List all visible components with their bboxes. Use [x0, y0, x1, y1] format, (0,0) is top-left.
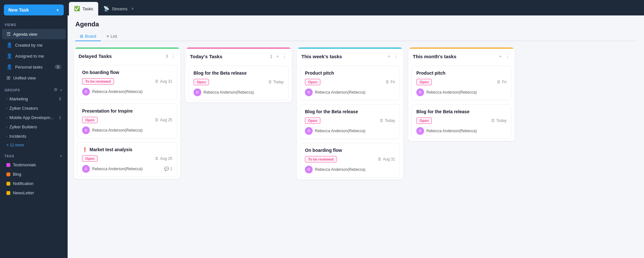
- calendar-icon: 🗓: [155, 156, 159, 161]
- task-date: 🗓 Aug 25: [155, 118, 172, 122]
- chevron-right-icon: ›: [6, 97, 7, 101]
- sidebar-group-incidents[interactable]: › Incidents: [2, 132, 66, 141]
- add-task-icon[interactable]: ＋: [275, 53, 280, 60]
- close-tab-icon[interactable]: ✕: [131, 7, 134, 11]
- groups-add-icon[interactable]: ＋: [59, 87, 63, 93]
- calendar-icon: 🗓: [385, 80, 389, 84]
- column-header-week: This week's tasks ＋ ⋮: [297, 48, 403, 64]
- sidebar-group-marketing[interactable]: › Marketing 5: [2, 95, 66, 103]
- sidebar-group-zylker-creators[interactable]: › Zylker Creators: [2, 104, 66, 113]
- tag-notification[interactable]: Notification: [2, 179, 66, 188]
- task-date: 🗓 Today: [268, 80, 284, 84]
- task-title: Blog for the Beta release: [416, 109, 507, 114]
- add-task-icon[interactable]: ＋: [498, 53, 503, 60]
- column-menu-icon[interactable]: ⋮: [393, 53, 399, 60]
- sidebar-item-label: Created by me: [15, 43, 43, 48]
- column-header-delayed: Delayed Tasks 3 ⋮: [74, 48, 180, 63]
- assignee-name: Rebecca Anderson(Rebecca): [426, 90, 477, 95]
- column-menu-icon[interactable]: ⋮: [505, 53, 510, 60]
- sidebar-item-label: Unified view: [13, 76, 36, 80]
- task-assignee: R Rebecca Anderson(Rebecca): [305, 166, 395, 173]
- task-card-product-pitch-week[interactable]: Product pitch Open 🗓 Fri R Rebecca Ander…: [300, 66, 400, 100]
- groups-settings-icon[interactable]: ⚙: [54, 87, 58, 93]
- streams-tab-label: Streams: [112, 6, 127, 11]
- task-date: 🗓 Aug 31: [155, 79, 172, 84]
- comment-count: 1: [170, 167, 172, 171]
- sidebar-item-label: Personal tasks: [15, 65, 43, 69]
- list-icon: ≡: [107, 34, 109, 39]
- grid-icon: ⊞: [6, 75, 11, 81]
- sidebar-item-assigned-to-me[interactable]: 👤 Assigned to me: [2, 51, 66, 61]
- more-groups-link[interactable]: + 11 more: [0, 141, 68, 149]
- avatar: R: [82, 126, 90, 134]
- add-task-icon[interactable]: ＋: [386, 53, 392, 60]
- calendar-icon: 🗓: [155, 118, 159, 122]
- assignee-name: Rebecca Anderson(Rebecca): [426, 129, 477, 133]
- column-menu-icon[interactable]: ⋮: [171, 53, 176, 59]
- assignee-name: Rebecca Anderson(Rebecca): [92, 128, 143, 133]
- task-meta: To be reviewed 🗓 Aug 31: [305, 156, 395, 162]
- column-menu-icon[interactable]: ⋮: [282, 53, 287, 60]
- tab-tasks[interactable]: ✅ Tasks: [69, 2, 98, 15]
- personal-tasks-badge: 5: [55, 65, 61, 69]
- board-icon: ⊞: [80, 34, 83, 39]
- task-title: Product pitch: [305, 70, 395, 76]
- group-label: Incidents: [9, 134, 26, 139]
- sidebar-item-label: Assigned to me: [15, 54, 44, 59]
- column-todays-tasks: Today's Tasks 1 ＋ ⋮ Blog for the Beta re…: [185, 48, 292, 102]
- task-card-blog-beta-month[interactable]: Blog for the Beta release Open 🗓 Today R…: [412, 104, 511, 139]
- avatar: R: [305, 166, 313, 173]
- sidebar-item-agenda-view[interactable]: ☰ Agenda view: [2, 29, 66, 39]
- assignee-name: Rebecca Anderson(Rebecca): [315, 90, 365, 95]
- column-count-delayed: 3: [166, 54, 168, 59]
- task-assignee: R Rebecca Anderson(Rebecca): [305, 127, 395, 135]
- chevron-right-icon: ›: [6, 125, 7, 129]
- group-label: Mobile App Developm...: [9, 115, 53, 120]
- tag-newsletter[interactable]: NewsLetter: [2, 189, 66, 197]
- task-card-market-analysis[interactable]: ❗ Market test analysis Open 🗓 Aug 25 R R…: [77, 142, 177, 177]
- main-content: ✅ Tasks 📡 Streams ✕ Agenda ⊞ Board ≡ Lis…: [68, 0, 644, 258]
- calendar-icon: 🗓: [155, 79, 159, 84]
- sidebar-item-created-by-me[interactable]: 👤 Created by me: [2, 40, 66, 50]
- view-tabs: ⊞ Board ≡ List: [75, 32, 636, 41]
- sidebar-item-personal-tasks[interactable]: 👤 Personal tasks 5: [2, 62, 66, 72]
- sidebar-group-zylker-builders[interactable]: › Zylker Builders: [2, 123, 66, 131]
- tags-add-icon[interactable]: ＋: [59, 153, 63, 159]
- view-tab-board[interactable]: ⊞ Board: [75, 32, 101, 41]
- new-task-button[interactable]: New Task ▼: [4, 5, 64, 15]
- task-footer: R Rebecca Anderson(Rebecca) 💬 1: [82, 165, 172, 173]
- task-card-blog-beta-week[interactable]: Blog for the Beta release Open 🗓 Today R…: [300, 104, 400, 139]
- sidebar-item-unified-view[interactable]: ⊞ Unified view: [2, 73, 66, 83]
- assignee-name: Rebecca Anderson(Rebecca): [92, 89, 143, 94]
- tab-streams[interactable]: 📡 Streams ✕: [98, 2, 139, 15]
- tag-blog[interactable]: Blog: [2, 170, 66, 179]
- tag-label: Notification: [13, 181, 33, 186]
- sidebar-group-mobile-app[interactable]: › Mobile App Developm... 1: [2, 113, 66, 122]
- task-card-onboarding-week[interactable]: On boarding flow To be reviewed 🗓 Aug 31…: [300, 143, 400, 178]
- task-meta: Open 🗓 Fri: [416, 79, 507, 85]
- column-title-month: This month's tasks: [413, 54, 495, 59]
- groups-section-header: GROUPS ⚙ ＋: [0, 83, 68, 94]
- task-card-onboarding[interactable]: On boarding flow To be reviewed 🗓 Aug 31…: [77, 65, 177, 100]
- task-card-product-pitch-month[interactable]: Product pitch Open 🗓 Fri R Rebecca Ander…: [412, 66, 511, 100]
- tag-label: NewsLetter: [13, 190, 34, 195]
- column-delayed-tasks: Delayed Tasks 3 ⋮ On boarding flow To be…: [74, 48, 180, 179]
- list-label: List: [110, 34, 117, 39]
- sidebar: New Task ▼ VIEWS ☰ Agenda view 👤 Created…: [0, 0, 68, 258]
- chevron-right-icon: ›: [6, 116, 7, 119]
- column-actions-delayed: ⋮: [171, 53, 176, 59]
- tag-label: Blog: [13, 172, 21, 177]
- column-count-today: 1: [270, 54, 272, 59]
- user-icon: 👤: [6, 42, 13, 48]
- task-assignee: R Rebecca Anderson(Rebecca): [416, 88, 507, 96]
- task-card-presentation[interactable]: Presentation for Inspire Open 🗓 Aug 25 R…: [77, 104, 177, 138]
- task-date: 🗓 Fri: [385, 80, 395, 84]
- tag-testimonials[interactable]: Testimonials: [2, 161, 66, 169]
- tag-color-dot: [6, 191, 10, 195]
- task-card-blog-beta-today[interactable]: Blog for the Beta release Open 🗓 Today R…: [189, 66, 289, 100]
- chevron-right-icon: ›: [6, 134, 7, 138]
- view-tab-list[interactable]: ≡ List: [102, 32, 122, 41]
- column-title-today: Today's Tasks: [190, 54, 268, 59]
- column-this-weeks-tasks: This week's tasks ＋ ⋮ Product pitch Open…: [297, 48, 403, 180]
- tags-section-title: TAGS: [5, 154, 14, 158]
